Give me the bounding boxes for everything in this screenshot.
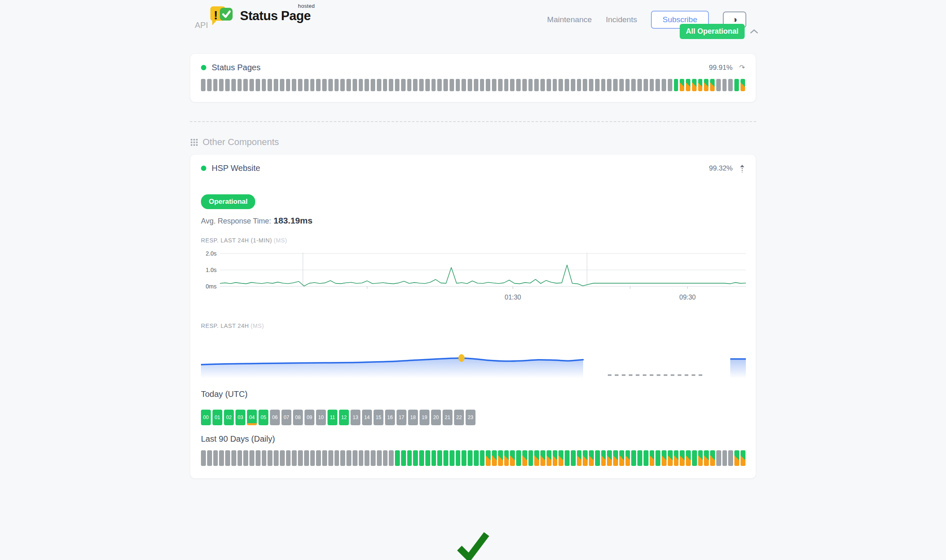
refresh-icon[interactable]: ↷ (739, 63, 745, 72)
daily-bar[interactable] (431, 450, 436, 466)
daily-bar[interactable] (383, 450, 388, 466)
uptime-bar[interactable] (450, 79, 454, 91)
uptime-bar[interactable] (565, 79, 569, 91)
uptime-bar[interactable] (553, 79, 557, 91)
daily-bar[interactable] (571, 450, 576, 466)
component-row-status-pages[interactable]: Status Pages 99.91% ↷ (201, 63, 745, 72)
uptime-bar[interactable] (431, 79, 436, 91)
daily-bar[interactable] (704, 450, 709, 466)
uptime-bar[interactable] (401, 79, 406, 91)
daily-bar[interactable] (498, 450, 503, 466)
daily-bar[interactable] (238, 450, 242, 466)
daily-bar[interactable] (583, 450, 588, 466)
uptime-bar[interactable] (540, 79, 545, 91)
daily-bar[interactable] (389, 450, 394, 466)
daily-bar[interactable] (674, 450, 679, 466)
hour-box[interactable]: 17 (397, 410, 406, 425)
daily-bar[interactable] (346, 450, 351, 466)
daily-bar[interactable] (547, 450, 551, 466)
daily-bar[interactable] (443, 450, 448, 466)
daily-bar[interactable] (534, 450, 539, 466)
daily-bar[interactable] (480, 450, 485, 466)
hour-box[interactable]: 21 (443, 410, 452, 425)
daily-bar[interactable] (613, 450, 618, 466)
uptime-bar[interactable] (377, 79, 381, 91)
uptime-bar[interactable] (686, 79, 690, 91)
daily-bar[interactable] (710, 450, 715, 466)
hour-box[interactable]: 16 (385, 410, 395, 425)
uptime-bar[interactable] (650, 79, 654, 91)
hour-box[interactable]: 18 (408, 410, 418, 425)
uptime-bar[interactable] (558, 79, 563, 91)
component-row-hsp-website[interactable]: HSP Website 99.32% (201, 164, 745, 173)
uptime-bar[interactable] (734, 79, 739, 91)
daily-bar[interactable] (274, 450, 279, 466)
hour-box[interactable]: 04 (247, 410, 257, 425)
daily-bar[interactable] (371, 450, 376, 466)
daily-bar[interactable] (328, 450, 333, 466)
uptime-bar[interactable] (644, 79, 648, 91)
hour-box[interactable]: 02 (224, 410, 234, 425)
hour-box[interactable]: 05 (258, 410, 268, 425)
uptime-bar[interactable] (238, 79, 242, 91)
uptime-bar[interactable] (298, 79, 302, 91)
daily-bar[interactable] (201, 450, 206, 466)
daily-bar[interactable] (486, 450, 491, 466)
daily-bar[interactable] (413, 450, 418, 466)
daily-bar[interactable] (322, 450, 327, 466)
daily-bar[interactable] (722, 450, 727, 466)
hour-box[interactable]: 23 (466, 410, 475, 425)
daily-bar[interactable] (280, 450, 285, 466)
uptime-bar[interactable] (468, 79, 472, 91)
uptime-bar[interactable] (547, 79, 551, 91)
uptime-bar[interactable] (722, 79, 727, 91)
uptime-bar[interactable] (256, 79, 260, 91)
daily-bar[interactable] (231, 450, 236, 466)
daily-bar[interactable] (619, 450, 624, 466)
uptime-bar[interactable] (522, 79, 527, 91)
daily-bar[interactable] (650, 450, 655, 466)
uptime-bar[interactable] (655, 79, 660, 91)
daily-bar[interactable] (395, 450, 400, 466)
daily-bar[interactable] (425, 450, 430, 466)
uptime-bar[interactable] (504, 79, 509, 91)
uptime-bar[interactable] (328, 79, 333, 91)
uptime-bar[interactable] (680, 79, 684, 91)
uptime-bar[interactable] (516, 79, 521, 91)
daily-bar[interactable] (219, 450, 224, 466)
daily-bar[interactable] (734, 450, 739, 466)
daily-bar[interactable] (213, 450, 218, 466)
uptime-bar[interactable] (243, 79, 248, 91)
uptime-bar[interactable] (692, 79, 697, 91)
hour-box[interactable]: 09 (305, 410, 314, 425)
uptime-bar[interactable] (389, 79, 393, 91)
uptime-bar[interactable] (510, 79, 515, 91)
uptime-bar[interactable] (710, 79, 715, 91)
hour-box[interactable]: 11 (328, 410, 337, 425)
uptime-bar[interactable] (601, 79, 606, 91)
uptime-bar[interactable] (437, 79, 442, 91)
uptime-bar[interactable] (249, 79, 254, 91)
hour-box[interactable]: 12 (339, 410, 349, 425)
hour-box[interactable]: 10 (316, 410, 326, 425)
daily-bar[interactable] (359, 450, 364, 466)
daily-bar[interactable] (419, 450, 424, 466)
chevron-up-icon[interactable] (750, 29, 759, 34)
uptime-bar[interactable] (213, 79, 218, 91)
daily-bar[interactable] (407, 450, 412, 466)
daily-bar[interactable] (595, 450, 600, 466)
uptime-bar[interactable] (371, 79, 375, 91)
uptime-bar[interactable] (613, 79, 618, 91)
uptime-bar[interactable] (595, 79, 600, 91)
uptime-bar[interactable] (419, 79, 424, 91)
daily-bar[interactable] (540, 450, 545, 466)
uptime-bar[interactable] (383, 79, 388, 91)
daily-bar[interactable] (601, 450, 606, 466)
daily-bar[interactable] (249, 450, 254, 466)
hour-box[interactable]: 19 (420, 410, 429, 425)
daily-bar[interactable] (365, 450, 369, 466)
daily-bar[interactable] (680, 450, 685, 466)
daily-bar[interactable] (528, 450, 533, 466)
daily-bar[interactable] (625, 450, 630, 466)
daily-bar[interactable] (655, 450, 660, 466)
